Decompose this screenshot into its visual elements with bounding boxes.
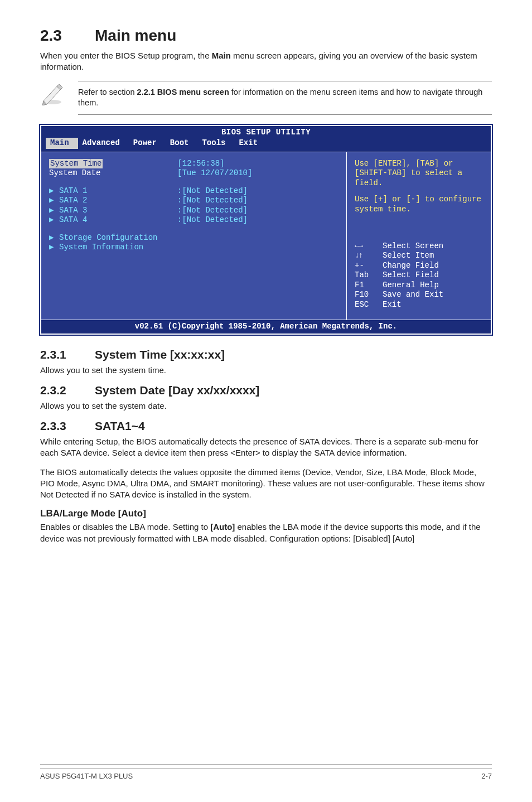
section-heading: 2.3Main menu <box>40 27 492 45</box>
nav-general-help: General Help <box>383 281 439 291</box>
sata2-value: :[Not Detected] <box>177 196 248 206</box>
sata2-label: SATA 2 <box>59 196 177 206</box>
triangle-right-icon: ▶ <box>49 196 59 206</box>
lba-heading: LBA/Large Mode [Auto] <box>40 508 492 519</box>
help-text-1: Use [ENTER], [TAB] or [SHIFT-TAB] to sel… <box>355 159 484 189</box>
section-title: Main menu <box>95 27 176 44</box>
bios-screenshot: BIOS SETUP UTILITY Main Advanced Power B… <box>40 125 492 335</box>
body-2-3-2: Allows you to set the system date. <box>40 400 492 412</box>
bios-item-system-date[interactable]: System Date [Tue 12/07/2010] <box>49 168 341 178</box>
bios-item-sata3[interactable]: ▶ SATA 3 :[Not Detected] <box>49 206 341 216</box>
nav-key-tab: Tab <box>355 270 377 281</box>
triangle-right-icon: ▶ <box>49 243 59 253</box>
bios-tab-tools[interactable]: Tools <box>197 138 234 149</box>
footer-product: ASUS P5G41T-M LX3 PLUS <box>40 772 133 780</box>
body-2-3-3-p1: While entering Setup, the BIOS automatic… <box>40 436 492 459</box>
bios-footer: v02.61 (C)Copyright 1985-2010, American … <box>41 320 491 334</box>
help-text-2: Use [+] or [-] to configure system time. <box>355 195 484 214</box>
sata3-label: SATA 3 <box>59 206 177 216</box>
lba-body: Enables or disables the LBA mode. Settin… <box>40 521 492 544</box>
nav-select-field: Select Field <box>383 270 439 281</box>
sata4-value: :[Not Detected] <box>177 215 248 225</box>
system-time-label: System Time <box>49 159 103 169</box>
bios-tab-boot[interactable]: Boot <box>166 138 198 149</box>
system-info-label: System Information <box>59 243 143 253</box>
section-intro: When you enter the BIOS Setup program, t… <box>40 50 492 73</box>
bios-left-pane: System Time [12:56:38] System Date [Tue … <box>41 152 347 320</box>
nav-select-item: Select Item <box>383 251 434 261</box>
bios-item-sata2[interactable]: ▶ SATA 2 :[Not Detected] <box>49 196 341 206</box>
arrow-up-down-icon: ↓↑ <box>355 251 362 260</box>
nav-change-field: Change Field <box>383 261 439 271</box>
sata1-value: :[Not Detected] <box>177 186 248 196</box>
bios-tabs: Main Advanced Power Boot Tools Exit <box>41 137 491 152</box>
body-2-3-3-p2: The BIOS automatically detects the value… <box>40 467 492 501</box>
bios-tab-exit[interactable]: Exit <box>234 138 267 149</box>
triangle-right-icon: ▶ <box>49 215 59 225</box>
bios-item-sata1[interactable]: ▶ SATA 1 :[Not Detected] <box>49 186 341 196</box>
nav-select-screen: Select Screen <box>383 241 443 252</box>
note-text: Refer to section 2.2.1 BIOS menu screen … <box>78 81 492 115</box>
bios-title: BIOS SETUP UTILITY <box>41 126 491 138</box>
triangle-right-icon: ▶ <box>49 206 59 216</box>
bios-tab-main[interactable]: Main <box>46 138 78 149</box>
section-number: 2.3 <box>40 27 95 45</box>
sata1-label: SATA 1 <box>59 186 177 196</box>
arrow-left-right-icon: ←→ <box>355 241 362 250</box>
bios-nav-keys: ←→Select Screen ↓↑Select Item +-Change F… <box>355 241 484 310</box>
bios-help-pane: Use [ENTER], [TAB] or [SHIFT-TAB] to sel… <box>347 152 491 320</box>
subsection-2-3-2: 2.3.2System Date [Day xx/xx/xxxx] <box>40 384 492 397</box>
system-time-value: [12:56:38] <box>177 159 224 169</box>
sata3-value: :[Not Detected] <box>177 206 248 216</box>
bios-item-system-info[interactable]: ▶ System Information <box>49 243 341 253</box>
nav-key-f1: F1 <box>355 281 377 291</box>
body-2-3-1: Allows you to set the system time. <box>40 365 492 376</box>
subsection-2-3-1: 2.3.1System Time [xx:xx:xx] <box>40 348 492 361</box>
nav-exit: Exit <box>383 300 402 310</box>
bios-item-system-time[interactable]: System Time [12:56:38] <box>49 159 341 169</box>
bios-tab-advanced[interactable]: Advanced <box>78 138 129 149</box>
bios-item-sata4[interactable]: ▶ SATA 4 :[Not Detected] <box>49 215 341 225</box>
nav-key-plusminus: +- <box>355 261 377 271</box>
system-date-label: System Date <box>49 168 177 178</box>
storage-config-label: Storage Configuration <box>59 233 157 243</box>
subsection-2-3-3: 2.3.3SATA1~4 <box>40 419 492 433</box>
system-date-value: [Tue 12/07/2010] <box>177 168 252 178</box>
triangle-right-icon: ▶ <box>49 233 59 243</box>
note-block: Refer to section 2.2.1 BIOS menu screen … <box>40 81 492 115</box>
nav-save-exit: Save and Exit <box>383 290 443 300</box>
triangle-right-icon: ▶ <box>49 186 59 196</box>
page-footer: ASUS P5G41T-M LX3 PLUS 2-7 <box>40 768 492 780</box>
pencil-note-icon <box>40 81 65 105</box>
sata4-label: SATA 4 <box>59 215 177 225</box>
bios-item-storage-config[interactable]: ▶ Storage Configuration <box>49 233 341 243</box>
bios-tab-power[interactable]: Power <box>129 138 166 149</box>
nav-key-f10: F10 <box>355 290 377 300</box>
nav-key-esc: ESC <box>355 300 377 310</box>
footer-page-number: 2-7 <box>481 772 492 780</box>
